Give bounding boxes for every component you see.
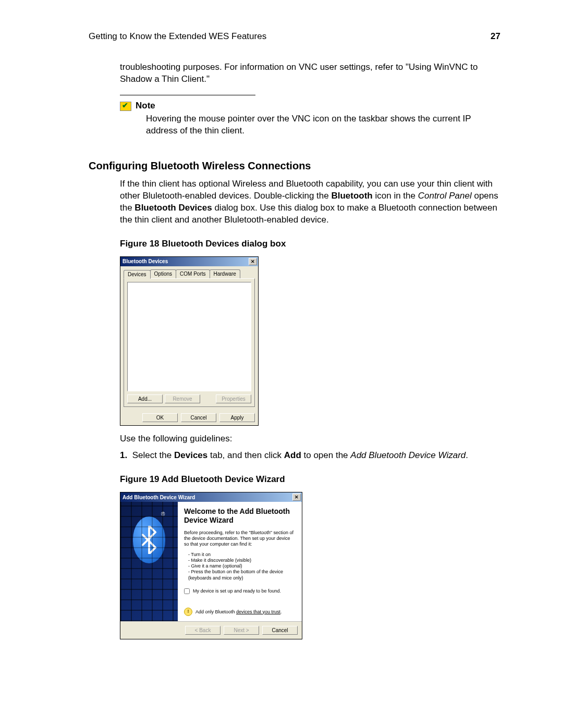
checkbox-label: My device is set up and ready to be foun… — [193, 588, 281, 594]
list-item: Give it a name (optional) — [184, 563, 296, 569]
bluetooth-icon — [133, 516, 165, 563]
note-label: Note — [136, 101, 155, 111]
list-item: Make it discoverable (visible) — [184, 558, 296, 563]
tab-bar: Devices Options COM Ports Hardware — [120, 266, 258, 278]
wizard-titlebar: Add Bluetooth Device Wizard ✕ — [120, 492, 302, 502]
ok-button[interactable]: OK — [142, 413, 178, 422]
note-text: Hovering the mouse pointer over the VNC … — [146, 113, 500, 137]
wizard-title-text: Add Bluetooth Device Wizard — [123, 495, 195, 500]
add-bluetooth-wizard-dialog: Add Bluetooth Device Wizard ✕ ® Welcome … — [120, 492, 302, 639]
list-item: Turn it on — [184, 552, 296, 558]
figure18-caption: Figure 18 Bluetooth Devices dialog box — [120, 239, 500, 249]
device-ready-checkbox-row[interactable]: My device is set up and ready to be foun… — [184, 588, 296, 594]
figure19-caption: Figure 19 Add Bluetooth Device Wizard — [120, 474, 500, 485]
bold-text: Add — [284, 450, 301, 460]
close-icon[interactable]: ✕ — [249, 258, 257, 265]
text: Add only Bluetooth — [195, 609, 236, 614]
italic-text: Add Bluetooth Device Wizard — [350, 450, 466, 460]
bold-text: Devices — [174, 450, 207, 460]
bluetooth-devices-dialog: Bluetooth Devices ✕ Devices Options COM … — [120, 256, 259, 426]
page-number: 27 — [491, 31, 500, 42]
guidelines-intro: Use the following guidelines: — [120, 433, 500, 445]
wizard-bullets: Turn it on Make it discoverable (visible… — [184, 552, 296, 581]
properties-button[interactable]: Properties — [216, 394, 251, 403]
dialog-titlebar: Bluetooth Devices ✕ — [120, 257, 258, 266]
note-row: Note — [120, 101, 500, 111]
section-heading: Configuring Bluetooth Wireless Connectio… — [89, 160, 500, 172]
intro-paragraph: troubleshooting purposes. For informatio… — [120, 61, 500, 85]
text: to open the — [301, 450, 351, 460]
text: . — [280, 609, 282, 614]
warning-icon: ! — [184, 608, 192, 616]
next-button[interactable]: Next > — [224, 626, 259, 635]
italic-text: Control Panel — [418, 191, 472, 201]
dialog-title: Bluetooth Devices — [123, 258, 168, 264]
wizard-main: Welcome to the Add Bluetooth Device Wiza… — [178, 502, 302, 621]
trust-link[interactable]: devices that you trust — [236, 609, 280, 614]
wizard-heading: Welcome to the Add Bluetooth Device Wiza… — [184, 507, 296, 525]
document-page: Getting to Know the Extended WES Feature… — [0, 0, 563, 728]
add-button[interactable]: Add... — [127, 394, 163, 403]
wizard-sidebar: ® — [120, 502, 178, 621]
remove-button[interactable]: Remove — [165, 394, 200, 403]
close-icon[interactable]: ✕ — [292, 493, 301, 501]
spacer — [202, 394, 214, 403]
text: tab, and then click — [207, 450, 284, 460]
cancel-button[interactable]: Cancel — [181, 413, 216, 422]
device-buttons-row: Add... Remove Properties — [127, 394, 251, 403]
text: . — [466, 450, 468, 460]
tab-com-ports[interactable]: COM Ports — [176, 269, 210, 278]
tab-hardware[interactable]: Hardware — [210, 269, 240, 278]
note-divider — [120, 95, 255, 95]
wizard-paragraph: Before proceeding, refer to the "Bluetoo… — [184, 530, 296, 548]
bold-text: Bluetooth Devices — [134, 203, 212, 213]
wizard-footer: < Back Next > Cancel — [120, 622, 302, 639]
device-listbox[interactable] — [127, 282, 251, 391]
cancel-button[interactable]: Cancel — [262, 626, 298, 635]
header-title: Getting to Know the Extended WES Feature… — [89, 31, 266, 42]
registered-icon: ® — [161, 511, 165, 517]
tab-pane: Add... Remove Properties — [124, 278, 255, 407]
tab-options[interactable]: Options — [150, 269, 176, 278]
page-header: Getting to Know the Extended WES Feature… — [89, 31, 500, 42]
text: icon in the — [373, 191, 418, 201]
checkmark-icon — [120, 102, 131, 111]
trust-row: ! Add only Bluetooth devices that you tr… — [184, 608, 296, 616]
bold-text: Bluetooth — [331, 191, 372, 201]
device-ready-checkbox[interactable] — [184, 588, 190, 594]
trust-text: Add only Bluetooth devices that you trus… — [195, 609, 282, 615]
step-1: 1. Select the 1. Select the Devices tab,… — [120, 450, 500, 462]
wizard-body: ® Welcome to the Add Bluetooth Device Wi… — [120, 502, 302, 621]
dialog-footer: OK Cancel Apply — [120, 410, 258, 425]
back-button[interactable]: < Back — [185, 626, 221, 635]
apply-button[interactable]: Apply — [219, 413, 255, 422]
tab-devices[interactable]: Devices — [124, 270, 151, 279]
section-paragraph: If the thin client has optional Wireless… — [120, 178, 500, 226]
list-item: Press the button on the bottom of the de… — [184, 569, 296, 581]
